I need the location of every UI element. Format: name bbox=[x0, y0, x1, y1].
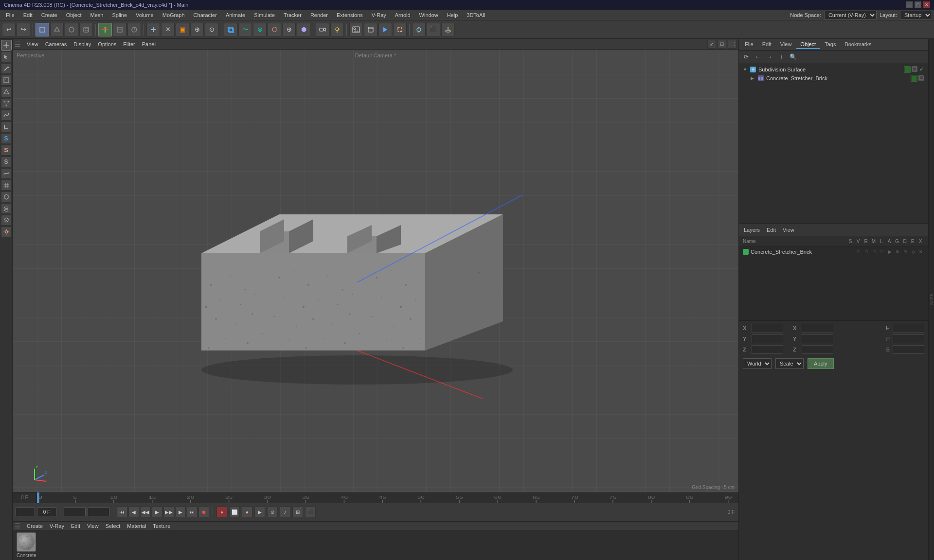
layer-icon-4[interactable]: □ bbox=[879, 248, 885, 255]
mograph-button[interactable]: ⬢ bbox=[297, 23, 310, 36]
tool-select[interactable] bbox=[1, 52, 12, 62]
move-tool-button[interactable] bbox=[98, 23, 112, 36]
obj-toolbar-back[interactable]: ← bbox=[753, 52, 763, 62]
mat-menu-texture[interactable]: Texture bbox=[150, 522, 173, 530]
menu-arnold[interactable]: Arnold bbox=[391, 11, 414, 19]
menu-file[interactable]: File bbox=[2, 11, 18, 19]
fps-input[interactable]: 90 F bbox=[88, 508, 109, 516]
tool-hexgrid[interactable] bbox=[1, 192, 12, 202]
obj-tab-bookmarks[interactable]: Bookmarks bbox=[841, 40, 875, 49]
layers-menu-layers[interactable]: Layers bbox=[741, 226, 763, 234]
menu-spline[interactable]: Spline bbox=[108, 11, 131, 19]
mat-menu-material[interactable]: Material bbox=[124, 522, 149, 530]
obj-item-brick[interactable]: ▶ Concrete_Stretcher_Brick bbox=[741, 74, 926, 83]
keyframe-button[interactable]: ● bbox=[216, 507, 227, 517]
model-mode-button[interactable] bbox=[36, 23, 49, 36]
rect-selection-button[interactable]: ⊕ bbox=[190, 23, 204, 36]
null-object-button[interactable]: ✕ bbox=[161, 23, 175, 36]
end-frame-input[interactable]: 90 F bbox=[64, 508, 86, 516]
prev-key-button[interactable]: ◀ bbox=[128, 507, 139, 517]
audio-button[interactable]: ♪ bbox=[280, 507, 290, 517]
tool-l-shape[interactable] bbox=[1, 122, 12, 132]
p-input[interactable]: 0° bbox=[893, 334, 924, 343]
tool-curve[interactable] bbox=[1, 168, 12, 179]
layer-icon-8[interactable]: ◇ bbox=[910, 248, 916, 255]
prev-frame-button[interactable]: ◀◀ bbox=[140, 507, 151, 517]
new-object-button[interactable] bbox=[146, 23, 160, 36]
vp-menu-view[interactable]: View bbox=[24, 40, 41, 48]
obj-tab-edit[interactable]: Edit bbox=[758, 40, 775, 49]
render-active-button[interactable] bbox=[378, 23, 392, 36]
field-button[interactable]: ⊕ bbox=[282, 23, 296, 36]
obj-toolbar-refresh[interactable]: ⟳ bbox=[741, 52, 752, 62]
tool-vertex[interactable] bbox=[1, 98, 12, 109]
tool-paint[interactable] bbox=[1, 63, 12, 74]
layer-row-concrete[interactable]: Concrete_Stretcher_Brick □ □ □ □ ▶ ⊕ ⊕ ◇… bbox=[739, 247, 928, 257]
layer-icon-1[interactable]: □ bbox=[855, 248, 862, 255]
menu-simulate[interactable]: Simulate bbox=[250, 11, 279, 19]
y-pos-input2[interactable]: 0 cm bbox=[802, 334, 833, 343]
undo-button[interactable]: ↩ bbox=[2, 23, 16, 36]
keyframe-mode-button[interactable]: ● bbox=[242, 507, 252, 517]
camera-button[interactable] bbox=[316, 23, 329, 36]
mat-menu-vray[interactable]: V-Ray bbox=[47, 522, 67, 530]
layer-icon-7[interactable]: ⊕ bbox=[902, 248, 909, 255]
render-to-picture-button[interactable] bbox=[349, 23, 363, 36]
menu-render[interactable]: Render bbox=[306, 11, 332, 19]
mat-menu-select[interactable]: Select bbox=[103, 522, 124, 530]
layers-menu-edit[interactable]: Edit bbox=[764, 226, 779, 234]
material-thumbnail[interactable] bbox=[17, 532, 36, 552]
menu-extensions[interactable]: Extensions bbox=[333, 11, 367, 19]
preview-button[interactable]: ⬛ bbox=[305, 507, 316, 517]
frame-counter-input[interactable]: 0 F bbox=[13, 492, 37, 503]
layers-menu-view[interactable]: View bbox=[780, 226, 797, 234]
x-pos-input2[interactable]: 0 cm bbox=[802, 324, 833, 332]
menu-create[interactable]: Create bbox=[37, 11, 61, 19]
coord-mode-select[interactable]: World bbox=[743, 358, 772, 369]
minimize-button[interactable]: — bbox=[906, 1, 913, 8]
apply-button[interactable]: Apply bbox=[808, 358, 834, 369]
tool-s2[interactable]: S bbox=[1, 145, 12, 156]
z-pos-input[interactable]: 0 cm bbox=[752, 345, 783, 354]
material-item[interactable]: Concrete bbox=[17, 532, 36, 558]
light-button[interactable] bbox=[330, 23, 344, 36]
render-settings-button[interactable] bbox=[364, 23, 377, 36]
tool-poly[interactable] bbox=[1, 75, 12, 86]
motion-path-button[interactable]: ▶ bbox=[254, 507, 265, 517]
b-input[interactable]: 0° bbox=[893, 345, 924, 354]
menu-mesh[interactable]: Mesh bbox=[87, 11, 108, 19]
menu-animate[interactable]: Animate bbox=[222, 11, 249, 19]
workplane-button[interactable]: ⬛ bbox=[427, 23, 440, 36]
record-button[interactable]: ⏺ bbox=[198, 507, 209, 517]
mat-menu-edit[interactable]: Edit bbox=[68, 522, 83, 530]
vp-expand-button[interactable]: ⤢ bbox=[707, 40, 716, 49]
frame-input-2[interactable] bbox=[37, 508, 56, 516]
menu-character[interactable]: Character bbox=[190, 11, 221, 19]
spline-button[interactable]: 〜 bbox=[238, 23, 252, 36]
menu-window[interactable]: Window bbox=[415, 11, 442, 19]
y-pos-input[interactable]: 0 cm bbox=[752, 334, 783, 343]
layer-icon-5[interactable]: ▶ bbox=[886, 248, 893, 255]
rotate-tool-button[interactable] bbox=[127, 23, 141, 36]
tool-stack[interactable] bbox=[1, 203, 12, 214]
tool-sun[interactable] bbox=[1, 227, 12, 237]
menu-3dtoall[interactable]: 3DToAll bbox=[463, 11, 489, 19]
obj-tab-view[interactable]: View bbox=[776, 40, 796, 49]
go-to-start-button[interactable]: ⏮ bbox=[117, 507, 127, 517]
next-key-button[interactable]: ▶ bbox=[175, 507, 186, 517]
nurbs-button[interactable]: ⊗ bbox=[253, 23, 267, 36]
vp-fit-button[interactable]: ⊡ bbox=[718, 40, 726, 49]
obj-tab-object[interactable]: Object bbox=[796, 40, 820, 49]
deformer-button[interactable]: ⬡ bbox=[268, 23, 281, 36]
live-selection-button[interactable]: ▣ bbox=[176, 23, 189, 36]
layer-icon-9[interactable]: ✕ bbox=[917, 248, 924, 255]
obj-tab-file[interactable]: File bbox=[741, 40, 757, 49]
record-active-button[interactable]: ⊙ bbox=[267, 507, 278, 517]
maximize-button[interactable]: □ bbox=[915, 1, 921, 8]
obj-toolbar-search[interactable]: 🔍 bbox=[788, 52, 798, 62]
obj-tab-tags[interactable]: Tags bbox=[821, 40, 840, 49]
menu-tracker[interactable]: Tracker bbox=[280, 11, 305, 19]
menu-volume[interactable]: Volume bbox=[132, 11, 158, 19]
menu-vray[interactable]: V-Ray bbox=[368, 11, 390, 19]
redo-button[interactable]: ↪ bbox=[17, 23, 30, 36]
